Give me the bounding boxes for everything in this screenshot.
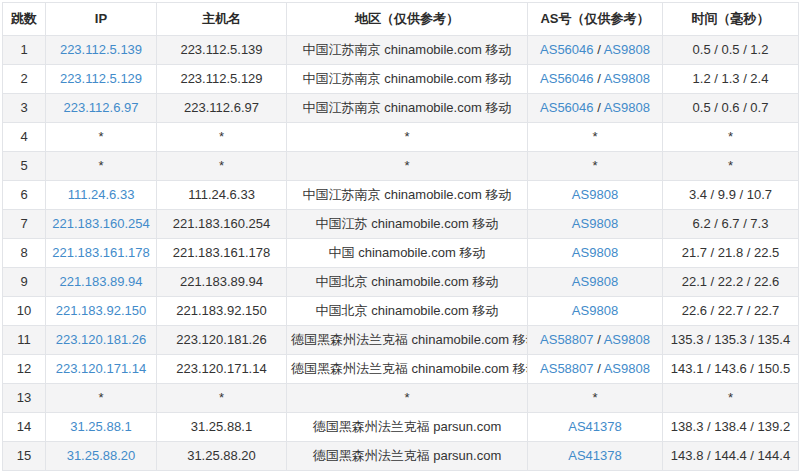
ip-cell: 221.183.160.254 [46,210,157,239]
table-row: 1431.25.88.131.25.88.1德国黑森州法兰克福 parsun.c… [3,413,799,442]
asn-link[interactable]: AS9808 [572,216,618,231]
asn-link[interactable]: AS9808 [572,245,618,260]
ip-cell: 31.25.88.1 [46,413,157,442]
hop-cell: 12 [3,355,46,384]
hostname-cell: 111.24.6.33 [157,181,287,210]
region-cell: 中国北京 chinamobile.com 移动 [287,297,528,326]
ip-link[interactable]: 221.183.92.150 [56,303,146,318]
hostname-cell: 31.25.88.1 [157,413,287,442]
asn-link[interactable]: AS41378 [568,419,622,434]
hop-cell: 15 [3,442,46,471]
asn-link[interactable]: AS58807 [540,332,594,347]
ip-link[interactable]: 223.120.171.14 [56,361,146,376]
ip-cell: 221.183.89.94 [46,268,157,297]
table-row: 10221.183.92.150221.183.92.150中国北京 china… [3,297,799,326]
hostname-cell: * [157,123,287,152]
col-header-ip: IP [46,3,157,36]
region-cell: * [287,384,528,413]
asn-cell: AS9808 [528,181,663,210]
ip-link[interactable]: 221.183.89.94 [59,274,142,289]
ip-cell: * [46,123,157,152]
ip-link[interactable]: 31.25.88.20 [67,448,136,463]
time-cell: 22.6 / 22.7 / 22.7 [663,297,799,326]
ip-cell: 221.183.92.150 [46,297,157,326]
region-cell: 中国江苏南京 chinamobile.com 移动 [287,65,528,94]
time-cell: 143.8 / 144.4 / 144.4 [663,442,799,471]
col-header-asn: AS号（仅供参考） [528,3,663,36]
region-cell: * [287,152,528,181]
time-cell: * [663,152,799,181]
hostname-cell: 221.183.89.94 [157,268,287,297]
region-cell: 中国江苏南京 chinamobile.com 移动 [287,94,528,123]
table-row: 2223.112.5.129223.112.5.129中国江苏南京 chinam… [3,65,799,94]
hostname-cell: * [157,152,287,181]
asn-link[interactable]: AS9808 [572,274,618,289]
table-row: 1531.25.88.2031.25.88.20德国黑森州法兰克福 parsun… [3,442,799,471]
hostname-cell: 223.112.5.129 [157,65,287,94]
ip-link[interactable]: 223.112.5.129 [60,71,142,86]
asn-link[interactable]: AS9808 [604,361,650,376]
hop-cell: 8 [3,239,46,268]
hop-cell: 2 [3,65,46,94]
asn-link[interactable]: AS9808 [604,42,650,57]
region-cell: 德国黑森州法兰克福 parsun.com [287,442,528,471]
region-cell: * [287,123,528,152]
hop-cell: 3 [3,94,46,123]
hostname-cell: 223.112.6.97 [157,94,287,123]
time-cell: 0.5 / 0.5 / 1.2 [663,36,799,65]
hop-cell: 5 [3,152,46,181]
ip-link[interactable]: 221.183.161.178 [52,245,150,260]
table-row: 6111.24.6.33111.24.6.33中国江苏南京 chinamobil… [3,181,799,210]
asn-cell: AS9808 [528,239,663,268]
asn-cell: AS41378 [528,413,663,442]
region-cell: 中国北京 chinamobile.com 移动 [287,268,528,297]
time-cell: 6.2 / 6.7 / 7.3 [663,210,799,239]
asn-link[interactable]: AS9808 [604,71,650,86]
hostname-cell: * [157,384,287,413]
asn-cell: * [528,123,663,152]
region-cell: 中国江苏南京 chinamobile.com 移动 [287,36,528,65]
asn-link[interactable]: AS9808 [572,303,618,318]
asn-link[interactable]: AS9808 [572,187,618,202]
ip-cell: * [46,152,157,181]
region-cell: 中国 chinamobile.com 移动 [287,239,528,268]
time-cell: 138.3 / 138.4 / 139.2 [663,413,799,442]
table-row: 13***** [3,384,799,413]
region-cell: 中国江苏南京 chinamobile.com 移动 [287,181,528,210]
ip-link[interactable]: 31.25.88.1 [70,419,131,434]
ip-link[interactable]: 223.112.6.97 [64,100,139,115]
ip-link[interactable]: 111.24.6.33 [68,187,135,202]
hop-cell: 10 [3,297,46,326]
ip-link[interactable]: 223.112.5.139 [60,42,142,57]
asn-link[interactable]: AS56046 [540,42,594,57]
region-cell: 中国江苏 chinamobile.com 移动 [287,210,528,239]
asn-cell: AS58807 / AS9808 [528,326,663,355]
time-cell: 0.5 / 0.6 / 0.7 [663,94,799,123]
ip-cell: 111.24.6.33 [46,181,157,210]
asn-link[interactable]: AS58807 [540,361,594,376]
asn-link[interactable]: AS9808 [604,100,650,115]
traceroute-table: 跳数 IP 主机名 地区（仅供参考） AS号（仅供参考） 时间（毫秒） 1223… [2,2,799,471]
table-row: 4***** [3,123,799,152]
asn-link[interactable]: AS9808 [604,332,650,347]
asn-link[interactable]: AS41378 [568,448,622,463]
asn-link[interactable]: AS56046 [540,100,594,115]
hostname-cell: 223.112.5.139 [157,36,287,65]
asn-cell: AS56046 / AS9808 [528,36,663,65]
ip-link[interactable]: 223.120.181.26 [56,332,146,347]
hostname-cell: 31.25.88.20 [157,442,287,471]
time-cell: * [663,123,799,152]
asn-cell: AS58807 / AS9808 [528,355,663,384]
asn-cell: AS9808 [528,268,663,297]
asn-link[interactable]: AS56046 [540,71,594,86]
ip-cell: 223.112.6.97 [46,94,157,123]
table-row: 12223.120.171.14223.120.171.14德国黑森州法兰克福 … [3,355,799,384]
hostname-cell: 221.183.160.254 [157,210,287,239]
hop-cell: 1 [3,36,46,65]
hop-cell: 14 [3,413,46,442]
time-cell: 22.1 / 22.2 / 22.6 [663,268,799,297]
ip-cell: 223.112.5.129 [46,65,157,94]
ip-link[interactable]: 221.183.160.254 [52,216,150,231]
col-header-time: 时间（毫秒） [663,3,799,36]
table-row: 9221.183.89.94221.183.89.94中国北京 chinamob… [3,268,799,297]
